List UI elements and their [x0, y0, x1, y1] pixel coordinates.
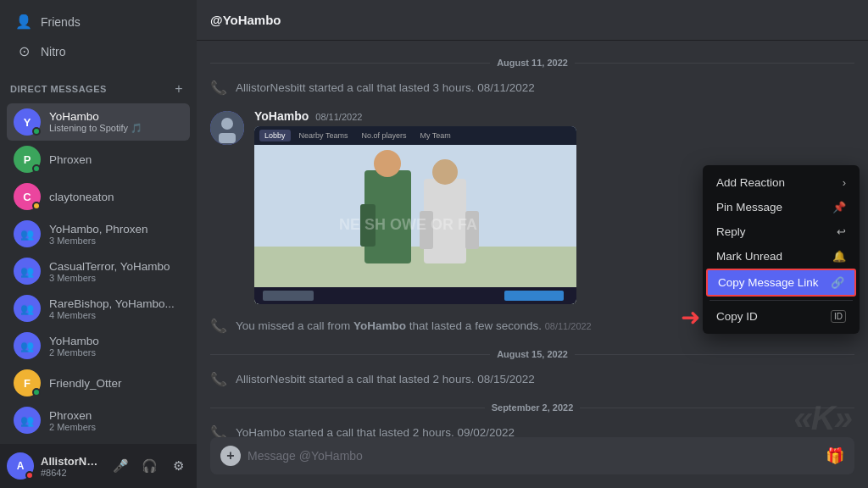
ctx-reply[interactable]: Reply ↩: [706, 219, 856, 244]
message-input-box: + 🎁: [210, 437, 854, 474]
friends-label: Friends: [41, 15, 81, 29]
dm-item-yohambo[interactable]: Y YoHambo Listening to Spotify 🎵: [7, 103, 190, 141]
sidebar-item-nitro[interactable]: ⊙ Nitro: [7, 36, 190, 66]
dm-info: YoHambo Listening to Spotify 🎵: [49, 110, 183, 134]
dm-info: YoHambo 2 Members: [49, 335, 183, 358]
ctx-mark-unread-icon: 🔔: [832, 250, 846, 263]
user-footer: A AllistorNe... #8642 🎤 🎧 ⚙: [0, 444, 197, 488]
dm-item-group3[interactable]: 👥 RareBishop, YoHambo... 4 Members: [7, 290, 190, 327]
dm-info: Phroxen 2 Members: [49, 409, 183, 432]
call-text-2: AllistorNesbitt started a call that last…: [236, 373, 535, 385]
dm-sub: 4 Members: [49, 310, 183, 320]
status-dot: [32, 202, 41, 210]
call-row-2: 📞 AllistorNesbitt started a call that la…: [210, 368, 854, 391]
call-text-3: YoHambo started a call that lasted 2 hou…: [236, 426, 515, 437]
message-author: YoHambo: [254, 109, 309, 123]
dm-item-group1[interactable]: 👥 YoHambo, Phroxen 3 Members: [7, 215, 190, 252]
dm-name: claytoneaton: [49, 191, 183, 203]
deafen-button[interactable]: 🎧: [137, 454, 161, 478]
svg-text:NE SH OWE OR FA: NE SH OWE OR FA: [339, 216, 477, 233]
call-icon-3: 📞: [210, 424, 227, 437]
ctx-pin-message[interactable]: Pin Message 📌: [706, 195, 856, 219]
call-icon: 📞: [210, 80, 227, 96]
message-avatar: [210, 111, 244, 145]
ctx-add-reaction-icon: ›: [843, 176, 846, 189]
call-text: AllistorNesbitt started a call that last…: [236, 81, 535, 94]
dm-list: Y YoHambo Listening to Spotify 🎵 P Phrox…: [0, 100, 197, 444]
dm-add-button[interactable]: +: [171, 81, 186, 97]
avatar-group: 👥: [14, 258, 41, 285]
avatar-group: 👥: [14, 407, 41, 434]
dm-name: YoHambo, Phroxen: [49, 223, 183, 236]
watermark: «K»: [794, 399, 851, 437]
svg-point-6: [374, 150, 401, 177]
dm-item-friendly-otter[interactable]: F Friendly_Otter: [7, 364, 190, 402]
dm-name: YoHambo: [49, 335, 183, 347]
call-row-1: 📞 AllistorNesbitt started a call that la…: [210, 76, 854, 99]
channel-header: @YoHambo: [197, 0, 868, 41]
game-image-inner: NE SH OWE OR FA: [254, 126, 576, 304]
dm-name: Phroxen: [49, 153, 183, 166]
settings-button[interactable]: ⚙: [166, 454, 190, 478]
ctx-add-reaction[interactable]: Add Reaction ›: [706, 170, 856, 195]
dm-item-phroxen[interactable]: P Phroxen: [7, 141, 190, 178]
avatar: P: [14, 146, 41, 173]
ctx-reply-label: Reply: [716, 225, 746, 238]
context-menu: Add Reaction › Pin Message 📌 Reply ↩ Mar…: [703, 165, 860, 334]
avatar: F: [14, 369, 41, 396]
svg-rect-2: [219, 133, 236, 143]
dm-item-group4[interactable]: 👥 YoHambo 2 Members: [7, 327, 190, 364]
sidebar-item-friends[interactable]: 👤 Friends: [7, 7, 190, 36]
dm-name: RareBishop, YoHambo...: [49, 297, 183, 310]
mute-button[interactable]: 🎤: [108, 454, 132, 478]
ctx-copy-link-label: Copy Message Link: [718, 276, 819, 289]
dm-item-group5[interactable]: 👥 Phroxen 2 Members: [7, 402, 190, 439]
nitro-icon: ⊙: [15, 43, 32, 59]
date-divider-sep2: September 2, 2022: [210, 402, 854, 413]
dm-info: YoHambo, Phroxen 3 Members: [49, 223, 183, 246]
ctx-copy-id[interactable]: Copy ID ID: [706, 304, 856, 329]
game-screenshot: Lobby Nearby Teams No.of players My Team: [254, 126, 576, 304]
dm-info: RareBishop, YoHambo... 4 Members: [49, 297, 183, 320]
input-add-button[interactable]: +: [220, 446, 241, 466]
dm-header: Direct Messages +: [0, 69, 197, 100]
footer-username: AllistorNe...: [41, 455, 102, 468]
ctx-mark-unread-label: Mark Unread: [716, 250, 782, 263]
missed-call-text: You missed a call from YoHambo that last…: [236, 319, 592, 332]
ctx-pin-message-label: Pin Message: [716, 201, 782, 214]
dm-header-label: Direct Messages: [10, 84, 107, 94]
avatar: Y: [14, 108, 41, 136]
missed-call-icon: 📞: [210, 318, 227, 334]
ctx-reply-icon: ↩: [837, 225, 846, 238]
ctx-copy-message-link[interactable]: Copy Message Link 🔗: [706, 269, 856, 297]
call-icon-2: 📞: [210, 371, 227, 387]
message-input[interactable]: [248, 449, 819, 463]
dm-info: CasualTerror, YoHambo 3 Members: [49, 260, 183, 283]
ctx-copy-id-icon: ID: [831, 310, 846, 323]
friends-icon: 👤: [15, 14, 32, 30]
gift-button[interactable]: 🎁: [826, 446, 844, 465]
dm-sub: 3 Members: [49, 273, 183, 283]
footer-user-info: AllistorNe... #8642: [41, 455, 102, 478]
dm-name: Friendly_Otter: [49, 377, 183, 390]
sidebar-nav: 👤 Friends ⊙ Nitro: [0, 0, 197, 69]
dm-name: Phroxen: [49, 409, 183, 422]
avatar-group: 👥: [14, 295, 41, 322]
dm-sub: 2 Members: [49, 422, 183, 432]
dm-info: claytoneaton: [49, 191, 183, 203]
avatar-img: [210, 111, 244, 145]
main-content: @YoHambo August 11, 2022 📞 AllistorNesbi…: [197, 0, 868, 488]
ctx-mark-unread[interactable]: Mark Unread 🔔: [706, 244, 856, 269]
sidebar: 👤 Friends ⊙ Nitro Direct Messages + Y Yo…: [0, 0, 197, 488]
dm-item-claytoneaton[interactable]: C claytoneaton: [7, 178, 190, 215]
dm-info: Friendly_Otter: [49, 377, 183, 390]
dm-name: YoHambo: [49, 110, 183, 123]
date-divider-aug11: August 11, 2022: [210, 58, 854, 68]
message-input-area: + 🎁: [197, 437, 868, 488]
dm-info: Phroxen: [49, 153, 183, 166]
game-ui-top: Lobby Nearby Teams No.of players My Team: [254, 126, 576, 145]
dm-item-group2[interactable]: 👥 CasualTerror, YoHambo 3 Members: [7, 252, 190, 290]
ctx-divider: [709, 300, 853, 301]
status-dot: [25, 471, 34, 480]
ctx-pin-icon: 📌: [832, 201, 846, 214]
